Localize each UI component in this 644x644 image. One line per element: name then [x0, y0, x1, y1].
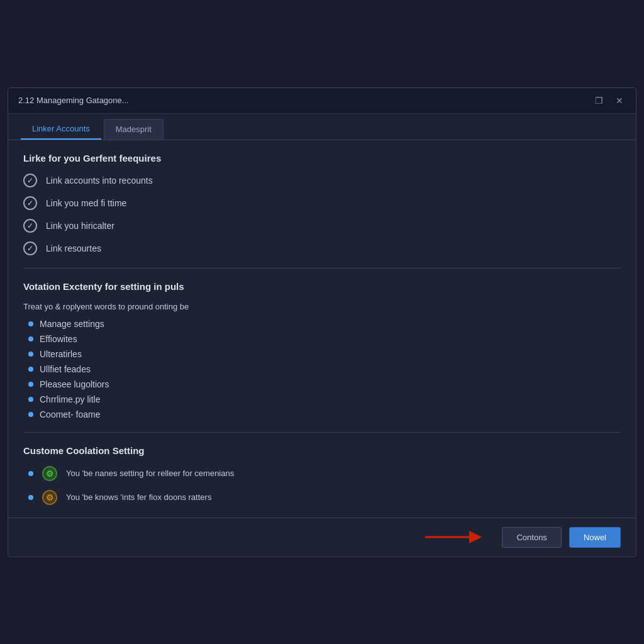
orange-icon: ⚙ — [42, 490, 57, 505]
bullet-icon — [28, 382, 33, 387]
check-item-4: ✓ Link resourtes — [23, 242, 621, 255]
custom-list: ⚙ You 'be nanes setting for relleer for … — [23, 466, 621, 505]
section3-title: Custome Coolation Setting — [23, 445, 621, 456]
check-item-3: ✓ Link you hiricalter — [23, 219, 621, 233]
main-content: Lirke for you Gerfent feequires ✓ Link a… — [8, 140, 636, 518]
section-votation: Votation Exctenty for setting in puls Tr… — [23, 281, 621, 419]
red-arrow-icon — [425, 528, 482, 547]
custom-item-2-text: You 'be knows 'ints fer fiox doons ratte… — [66, 492, 211, 502]
cancel-button[interactable]: Contons — [502, 527, 561, 548]
check-icon-3: ✓ — [23, 219, 37, 233]
minimize-button[interactable]: ❐ — [592, 94, 606, 107]
custom-item-1: ⚙ You 'be nanes setting for relleer for … — [26, 466, 621, 481]
bullet-icon — [28, 352, 33, 357]
custom-item-1-text: You 'be nanes setting for relleer for ce… — [66, 469, 234, 478]
check-item-1: ✓ Link accounts into recounts — [23, 174, 621, 187]
bullet-blue-1 — [28, 471, 33, 476]
list-item: Manage settings — [28, 319, 621, 329]
bullet-icon — [28, 397, 33, 402]
divider-1 — [23, 268, 621, 269]
list-item: Ulteratirles — [28, 349, 621, 359]
tab-linker-accounts[interactable]: Linker Accounts — [21, 119, 101, 140]
check-item-3-text: Link you hiricalter — [46, 221, 114, 231]
bullet-blue-2 — [28, 495, 33, 500]
section-custom: Custome Coolation Setting ⚙ You 'be nane… — [23, 445, 621, 505]
main-window: 2.12 Manageming Gatagone... ❐ ✕ Linker A… — [8, 87, 636, 557]
list-item: Ullfiet feades — [28, 364, 621, 374]
check-icon-1: ✓ — [23, 174, 37, 187]
close-button[interactable]: ✕ — [613, 94, 626, 107]
list-item: Chrrlime.py litle — [28, 394, 621, 404]
footer: Contons Nowel — [8, 518, 636, 557]
ok-button[interactable]: Nowel — [569, 527, 621, 548]
check-item-2-text: Link you med fi ttime — [46, 198, 126, 208]
arrow-area — [23, 528, 494, 547]
check-icon-4: ✓ — [23, 242, 37, 255]
list-item: Effiowites — [28, 334, 621, 344]
window-controls: ❐ ✕ — [592, 94, 626, 107]
custom-item-2: ⚙ You 'be knows 'ints fer fiox doons rat… — [26, 490, 621, 505]
green-icon: ⚙ — [42, 466, 57, 481]
section2-title: Votation Exctenty for setting in puls — [23, 281, 621, 292]
divider-2 — [23, 432, 621, 433]
title-bar: 2.12 Manageming Gatagone... ❐ ✕ — [8, 88, 636, 114]
list-item: Coomet- foame — [28, 409, 621, 419]
list-item: Pleasee lugoltiors — [28, 379, 621, 389]
bullet-icon — [28, 336, 33, 341]
bullet-list: Manage settings Effiowites Ulteratirles … — [23, 319, 621, 419]
bullet-icon — [28, 412, 33, 417]
bullet-icon — [28, 321, 33, 326]
check-item-2: ✓ Link you med fi ttime — [23, 196, 621, 210]
tab-madesprit[interactable]: Madesprit — [104, 119, 164, 140]
svg-marker-1 — [469, 531, 482, 543]
section2-subtitle: Treat yo & roplyent words to pround onti… — [23, 302, 621, 311]
check-icon-2: ✓ — [23, 196, 37, 210]
check-item-1-text: Link accounts into recounts — [46, 175, 153, 186]
section1-title: Lirke for you Gerfent feequires — [23, 153, 621, 164]
check-list: ✓ Link accounts into recounts ✓ Link you… — [23, 174, 621, 255]
bullet-icon — [28, 367, 33, 372]
window-title: 2.12 Manageming Gatagone... — [18, 96, 129, 105]
tab-bar: Linker Accounts Madesprit — [8, 114, 636, 140]
check-item-4-text: Link resourtes — [46, 243, 101, 253]
section-requirements: Lirke for you Gerfent feequires ✓ Link a… — [23, 153, 621, 255]
